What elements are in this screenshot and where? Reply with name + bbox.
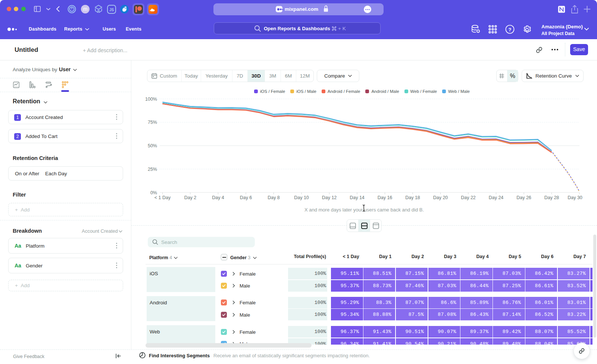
svg-text:Day 10: Day 10 [294,195,309,200]
svg-text:Day 22: Day 22 [461,195,476,200]
svg-text:Day 30: Day 30 [568,195,582,200]
svg-text:Day 2: Day 2 [184,195,197,200]
svg-text:Day 18: Day 18 [405,195,420,200]
svg-text:?: ? [509,27,512,32]
svg-text:< 1 Day: < 1 Day [154,195,171,200]
svg-text:50%: 50% [148,143,157,148]
svg-text:75%: 75% [148,120,157,125]
svg-text:0%: 0% [150,190,157,195]
svg-text:Day 26: Day 26 [516,195,531,200]
svg-text:Day 12: Day 12 [322,195,337,200]
svg-text:100%: 100% [145,97,157,102]
svg-text:25%: 25% [148,167,157,172]
svg-text:Day 24: Day 24 [489,195,504,200]
svg-text:Day 16: Day 16 [378,195,393,200]
svg-text:Day 4: Day 4 [212,195,224,200]
svg-text:Day 8: Day 8 [268,195,280,200]
svg-text:Day 14: Day 14 [350,195,365,200]
svg-text:Day 28: Day 28 [544,195,559,200]
svg-text:Day 20: Day 20 [433,195,448,200]
svg-text:JS: JS [109,8,114,12]
svg-text:Day 6: Day 6 [240,195,252,200]
